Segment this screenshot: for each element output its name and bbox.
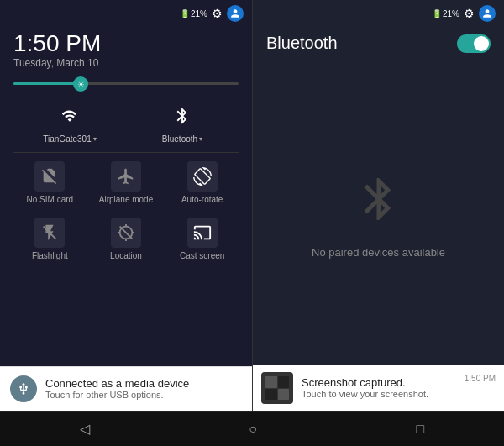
wifi-name: TianGate301 [43,134,91,144]
right-notif-title: Screenshot captured. [302,376,456,390]
home-button[interactable]: ○ [223,415,282,443]
bluetooth-toggle[interactable]: Bluetooth ▾ [126,96,239,149]
right-panel: 🔋 21% ⚙ Bluetooth No paired devices avai… [252,0,504,411]
thumb-cell-4 [278,389,290,401]
left-notif-title: Connected as a media device [45,377,242,391]
action-rotate[interactable]: Auto-rotate [165,156,239,209]
right-notif-time: 1:50 PM [465,374,496,383]
usb-icon [10,375,37,402]
battery-percent-left: 21% [191,9,207,18]
bluetooth-icon-large [354,174,404,234]
location-icon-box [111,218,141,248]
rotate-icon-box [187,161,218,192]
bluetooth-dropdown: ▾ [199,135,202,143]
action-location[interactable]: Location [90,213,163,265]
bluetooth-name-left: Bluetooth [162,134,197,144]
bluetooth-header: Bluetooth [253,25,504,61]
no-devices-text: No paired devices available [312,246,445,259]
thumb-cell-1 [265,376,277,388]
no-sim-label: No SIM card [27,195,74,204]
status-bar-right: 🔋 21% ⚙ [253,0,504,25]
wifi-dropdown: ▾ [93,135,97,143]
airplane-label: Airplane mode [99,195,153,204]
wifi-icon [55,101,85,131]
rotate-label: Auto-rotate [181,195,223,204]
bluetooth-label-left: Bluetooth ▾ [162,134,202,144]
brightness-fill [13,82,81,85]
cast-label: Cast screen [180,251,224,260]
date-display: Tuesday, March 10 [13,57,239,69]
gear-icon-right[interactable]: ⚙ [464,7,475,20]
time-display: 1:50 PM [13,32,239,55]
battery-percent-right: 21% [443,9,459,18]
account-icon-left[interactable] [227,5,244,22]
gear-icon-left[interactable]: ⚙ [212,7,223,20]
right-notification[interactable]: Screenshot captured. Touch to view your … [253,365,504,411]
status-icons-right: 🔋 21% ⚙ [432,5,496,22]
quick-toggles: TianGate301 ▾ Bluetooth ▾ [0,92,252,152]
left-panel: 🔋 21% ⚙ 1:50 PM Tuesday, March 10 [0,0,252,411]
bottom-nav: ◁ ○ □ [0,411,504,446]
action-cast[interactable]: Cast screen [165,213,239,265]
account-icon-right[interactable] [479,5,496,22]
time-section: 1:50 PM Tuesday, March 10 [0,25,252,72]
quick-actions: No SIM card Airplane mode Auto-rotat [0,153,252,269]
bluetooth-toggle-switch[interactable] [457,34,491,53]
brightness-thumb[interactable] [73,76,88,92]
action-flashlight[interactable]: Flashlight [13,213,87,265]
wifi-toggle[interactable]: TianGate301 ▾ [13,96,126,149]
status-icons-left: 🔋 21% ⚙ [180,5,244,22]
bluetooth-content: No paired devices available [253,61,504,370]
action-airplane[interactable]: Airplane mode [90,156,163,209]
recents-button[interactable]: □ [391,415,450,443]
bluetooth-title: Bluetooth [266,34,338,53]
screenshot-thumb [261,372,293,404]
airplane-icon-box [111,161,141,192]
thumb-cell-3 [265,389,277,401]
right-notif-subtitle: Touch to view your screenshot. [302,389,456,400]
wifi-label: TianGate301 ▾ [43,134,96,144]
location-label: Location [110,251,142,260]
no-sim-icon-box [34,161,65,192]
flashlight-label: Flashlight [32,251,68,260]
left-notif-text: Connected as a media device Touch for ot… [45,377,242,401]
cast-icon-box [187,218,218,248]
action-no-sim[interactable]: No SIM card [13,156,87,209]
back-button[interactable]: ◁ [55,414,115,443]
battery-icon-left: 🔋 21% [180,9,207,18]
left-notif-subtitle: Touch for other USB options. [45,390,242,401]
bluetooth-icon-left [167,101,197,131]
thumb-cell-2 [278,376,290,388]
flashlight-icon-box [34,218,65,248]
status-bar-left: 🔋 21% ⚙ [0,0,252,25]
left-notification[interactable]: Connected as a media device Touch for ot… [0,366,252,411]
brightness-bar[interactable] [13,82,239,85]
battery-icon-right: 🔋 21% [432,9,459,18]
right-notif-text: Screenshot captured. Touch to view your … [302,376,456,401]
